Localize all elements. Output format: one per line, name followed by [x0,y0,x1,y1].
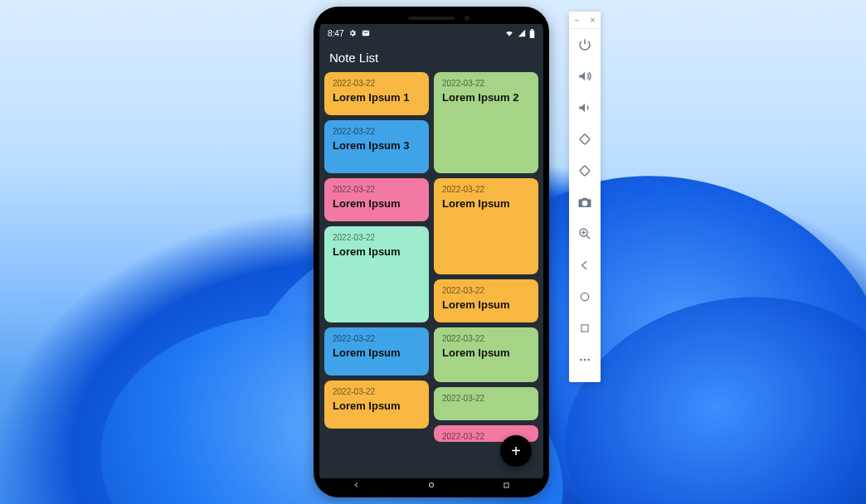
page-title: Note List [329,51,378,65]
phone-camera [465,16,469,21]
rotate-right-button[interactable] [569,155,601,187]
more-icon [578,353,591,366]
svg-point-2 [430,483,434,487]
volume-up-button[interactable] [569,61,601,92]
battery-icon [529,29,535,38]
note-date: 2022-03-22 [333,185,421,194]
note-title: Lorem Ipsum [333,197,421,210]
camera-icon [577,195,592,210]
emulator-toolbar: − × [569,12,601,382]
rotate-right-icon [577,163,592,178]
volume-down-button[interactable] [569,92,601,124]
back-icon [578,259,591,272]
volume-down-icon [577,100,592,115]
power-button[interactable] [569,29,601,61]
note-date: 2022-03-22 [442,79,530,88]
note-card[interactable]: 2022-03-22Lorem Ipsum 3 [324,120,429,173]
note-date: 2022-03-22 [333,127,421,136]
signal-icon [518,29,526,37]
back-button[interactable] [569,250,601,281]
message-icon [362,29,370,37]
svg-point-11 [581,293,588,300]
note-title: Lorem Ipsum 1 [333,91,421,104]
plus-icon: + [511,442,521,461]
svg-point-13 [580,359,582,361]
svg-rect-5 [580,166,591,177]
note-card[interactable]: 2022-03-22Lorem Ipsum [434,279,538,322]
rotate-left-button[interactable] [569,124,601,155]
svg-rect-4 [580,134,591,145]
settings-icon [348,29,357,37]
home-icon [578,290,591,303]
note-card[interactable]: 2022-03-22Lorem Ipsum [434,327,538,382]
svg-rect-12 [581,325,588,332]
overview-button[interactable] [569,313,601,344]
note-card[interactable]: 2022-03-22Lorem Ipsum [324,327,429,376]
note-date: 2022-03-22 [442,185,530,194]
svg-rect-1 [531,29,533,30]
close-button[interactable]: × [587,14,599,26]
note-date: 2022-03-22 [442,394,530,403]
svg-line-8 [586,235,590,239]
phone-inner: 8:47 [319,12,543,492]
nav-home-button[interactable] [419,479,444,491]
note-card[interactable]: 2022-03-22Lorem Ipsum [324,226,429,322]
svg-rect-3 [504,482,508,487]
note-title: Lorem Ipsum 3 [333,139,421,152]
rotate-left-icon [577,132,592,147]
status-bar: 8:47 [319,24,543,42]
note-date: 2022-03-22 [442,334,530,343]
home-button[interactable] [569,281,601,313]
add-note-fab[interactable]: + [500,435,532,467]
note-card[interactable]: 2022-03-22Lorem Ipsum [324,178,429,221]
camera-button[interactable] [569,187,601,218]
power-icon [577,37,592,52]
wifi-icon [504,29,514,37]
note-date: 2022-03-22 [333,334,421,343]
note-title: Lorem Ipsum 2 [442,91,530,104]
app-bar: Note List [319,42,543,72]
phone-speaker [408,17,455,20]
phone-screen: 8:47 [319,24,543,478]
zoom-icon [577,226,592,241]
note-title: Lorem Ipsum [333,400,421,412]
volume-up-icon [577,69,592,84]
note-date: 2022-03-22 [333,233,421,242]
note-title: Lorem Ipsum [333,245,421,258]
nav-overview-button[interactable] [494,479,518,491]
system-navbar [319,478,543,492]
note-title: Lorem Ipsum [333,346,421,359]
note-card[interactable]: 2022-03-22Lorem Ipsum [434,178,538,274]
svg-point-14 [584,359,586,361]
note-title: Lorem Ipsum [442,298,530,311]
note-date: 2022-03-22 [442,286,530,295]
note-title: Lorem Ipsum [442,197,530,210]
notes-content[interactable]: 2022-03-22Lorem Ipsum 12022-03-22Lorem I… [319,72,543,478]
minimize-button[interactable]: − [572,14,583,26]
svg-point-15 [587,359,590,361]
zoom-button[interactable] [569,218,601,250]
status-time: 8:47 [328,29,343,38]
note-title: Lorem Ipsum [442,346,530,359]
note-date: 2022-03-22 [333,79,421,88]
nav-back-button[interactable] [344,479,369,491]
more-button[interactable] [569,344,601,376]
overview-icon [579,322,591,334]
note-card[interactable]: 2022-03-22Lorem Ipsum 2 [434,72,538,173]
desktop-wallpaper: 8:47 [0,0,866,504]
note-card[interactable]: 2022-03-22Lorem Ipsum 1 [324,72,429,115]
note-date: 2022-03-22 [333,387,421,396]
note-card[interactable]: 2022-03-22Lorem Ipsum [324,380,429,429]
svg-rect-0 [530,30,535,38]
svg-point-6 [583,201,586,205]
phone-frame: 8:47 [314,7,549,497]
note-card[interactable]: 2022-03-22 [434,387,538,420]
